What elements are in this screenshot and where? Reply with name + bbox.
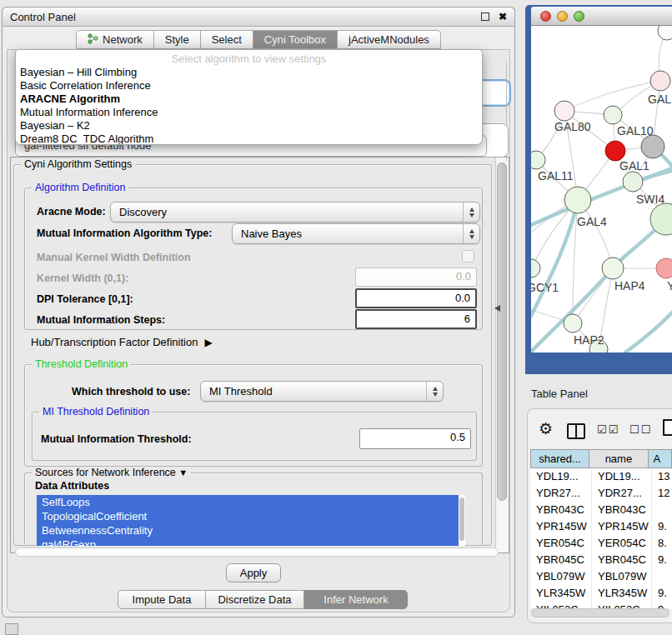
node-top-partial[interactable] [658, 26, 672, 40]
kernel-width-field[interactable]: 0.0 [355, 268, 477, 287]
document-icon-partial[interactable] [663, 419, 672, 436]
columns-icon[interactable] [567, 423, 585, 439]
label-gal4: GAL4 [577, 215, 607, 228]
algorithm-dropdown-popup: Select algorithm to view settings Bayesi… [15, 49, 483, 145]
tab-discretize-data[interactable]: Discretize Data [206, 590, 304, 609]
application-window: Control Panel ✖ Network Style Select C [0, 0, 672, 635]
apply-button[interactable]: Apply [226, 563, 281, 582]
table-horizontal-scrollbar[interactable] [531, 608, 669, 618]
minimize-traffic-light[interactable] [557, 11, 568, 22]
mouse-cursor [494, 305, 500, 312]
dropdown-item-basic-correlation[interactable]: Basic Correlation Inference [16, 79, 482, 92]
cell: YBR045C [591, 552, 651, 568]
list-item[interactable]: gal4RGexp [37, 538, 459, 546]
which-threshold-combobox[interactable]: MI Threshold [200, 381, 444, 402]
table-row[interactable]: YBR043C YBR043C [530, 502, 672, 518]
tab-infer-network[interactable]: Infer Network [304, 590, 408, 609]
network-canvas[interactable]: GAL GAL80 GAL10 GAL1 GAL11 SWI4 GAL4 GCY… [531, 26, 672, 352]
node-gal11[interactable] [531, 151, 545, 169]
cell: YLR345W [591, 585, 651, 602]
node-gal1-red[interactable] [605, 141, 625, 161]
label-gcy1: GCY1 [531, 281, 559, 294]
gear-icon[interactable]: ⚙ [539, 419, 553, 438]
table-row[interactable]: YLR345W YLR345W 9. [530, 585, 672, 602]
node-hap2[interactable] [564, 314, 582, 332]
node-gray[interactable] [641, 135, 664, 158]
dropdown-item-mutual-information[interactable]: Mutual Information Inference [16, 106, 482, 119]
node-gal-partial[interactable] [650, 71, 670, 91]
close-traffic-light[interactable] [540, 11, 551, 22]
label-hap4: HAP4 [614, 279, 645, 292]
table-row[interactable]: YBL079W YBL079W [530, 568, 672, 585]
dropdown-item-aracne[interactable]: ARACNE Algorithm [16, 92, 482, 106]
table-row[interactable]: YER054C YER054C 8. [530, 535, 672, 552]
control-panel-tabstrip: Network Style Select Cyni Toolbox jActiv… [8, 30, 509, 49]
table-row[interactable]: YDR27... YDR27... 12 [530, 485, 672, 502]
dropdown-item-bayesian-hill-climbing[interactable]: Bayesian – Hill Climbing [16, 66, 482, 79]
network-view-window: GAL GAL80 GAL10 GAL1 GAL11 SWI4 GAL4 GCY… [525, 5, 672, 374]
dropdown-prompt: Select algorithm to view settings [16, 50, 482, 66]
mi-steps-label: Mutual Information Steps: [37, 314, 165, 326]
tab-select[interactable]: Select [201, 30, 253, 49]
cell: YBL079W [591, 568, 651, 585]
cell: YBR043C [530, 502, 591, 518]
tab-impute-data[interactable]: Impute Data [118, 590, 206, 609]
column-header-name[interactable]: name [589, 449, 648, 468]
table-row[interactable]: YPR145W YPR145W 9. [530, 518, 672, 535]
column-header-partial[interactable]: A [649, 449, 672, 468]
tab-style[interactable]: Style [154, 30, 201, 49]
cell: YPR145W [591, 518, 651, 535]
node-gal80[interactable] [554, 101, 574, 121]
hub-transcription-factor-toggle[interactable]: Hub/Transcription Factor Definition ▶ [31, 336, 213, 348]
node-hap4[interactable] [602, 258, 624, 279]
node-gal10[interactable] [604, 106, 622, 124]
list-item[interactable]: SelfLoops [37, 495, 459, 509]
mi-algorithm-type-combobox[interactable]: Naive Bayes [232, 223, 480, 244]
dropdown-item-bayesian-k2[interactable]: Bayesian – K2 [16, 119, 482, 132]
list-scrollbar-track[interactable] [459, 495, 465, 546]
combo-stepper-icon [426, 382, 443, 401]
dpi-tolerance-field[interactable]: 0.0 [355, 288, 477, 308]
node-swi4[interactable] [623, 172, 643, 192]
unchecked-pair-icon[interactable]: ☐☐ [629, 423, 652, 436]
label-swi4: SWI4 [636, 192, 664, 206]
cyni-algorithm-settings-title: Cyni Algorithm Settings [21, 158, 135, 170]
cell: 8. [651, 535, 672, 552]
list-item[interactable]: TopologicalCoefficient [37, 509, 459, 523]
close-icon[interactable]: ✖ [499, 11, 507, 22]
tab-style-label: Style [165, 33, 189, 46]
table-row[interactable]: YBR045C YBR045C 9. [530, 552, 672, 568]
table-header-row: shared... name A [530, 449, 672, 468]
aracne-mode-combobox[interactable]: Discovery [110, 202, 480, 222]
control-panel-titlebar[interactable]: Control Panel ✖ [2, 7, 515, 27]
dropdown-item-dream8[interactable]: Dream8 DC_TDC Algorithm [16, 132, 482, 145]
list-scrollbar-thumb[interactable] [459, 498, 464, 541]
tab-network[interactable]: Network [76, 30, 154, 49]
node-gal4[interactable] [564, 187, 591, 213]
mi-steps-field[interactable]: 6 [355, 309, 477, 329]
manual-kernel-width-checkbox[interactable] [462, 250, 474, 262]
checked-pair-icon[interactable]: ☑☑ [597, 423, 619, 436]
column-header-shared-name[interactable]: shared... [530, 449, 589, 468]
table-row[interactable]: YDL19... YDL19... 13 [530, 468, 672, 485]
settings-scrollbar-thumb[interactable] [497, 162, 507, 501]
sources-title[interactable]: Sources for Network Inference ▼ [32, 467, 191, 478]
tab-jactivemnodules[interactable]: jActiveMNodules [338, 30, 441, 49]
aracne-mode-label: Aracne Mode: [37, 206, 106, 218]
settings-horizontal-scrollbar[interactable] [15, 548, 499, 557]
bottom-corner-widget-partial[interactable] [5, 623, 18, 635]
float-window-icon[interactable] [481, 12, 489, 21]
list-item[interactable]: BetweennessCentrality [37, 523, 459, 538]
cell: YDR27... [591, 485, 651, 502]
node-salmon-partial[interactable] [656, 258, 672, 278]
node-gcy1[interactable] [531, 259, 540, 278]
mi-threshold-field[interactable]: 0.5 [359, 428, 471, 449]
mi-algorithm-type-value: Naive Bayes [241, 228, 302, 240]
cell: YDR27... [530, 485, 591, 502]
table-row[interactable]: YIL052C YIL052C 9 [530, 602, 672, 608]
tab-cyni-toolbox[interactable]: Cyni Toolbox [253, 30, 338, 49]
tab-select-label: Select [212, 33, 242, 46]
mi-threshold-group: MI Threshold Definition Mutual Informati… [32, 412, 477, 461]
network-window-titlebar[interactable] [531, 7, 672, 26]
zoom-traffic-light[interactable] [574, 11, 584, 22]
